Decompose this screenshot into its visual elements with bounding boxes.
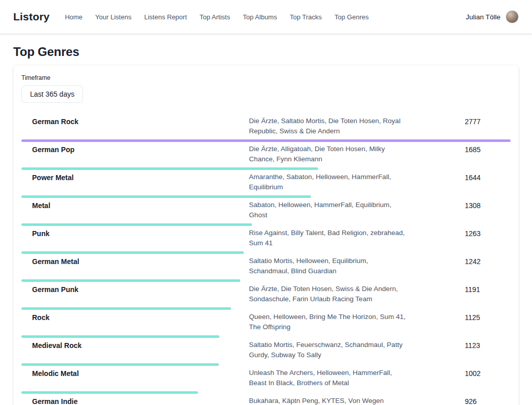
genre-name: Metal: [32, 200, 249, 220]
genre-bar: [21, 307, 511, 310]
genre-name: Medieval Rock: [32, 340, 249, 360]
genre-row: German Indie Bukahara, Käptn Peng, KYTES…: [21, 396, 511, 405]
genre-row: Melodic Metal Unleash The Archers, Hello…: [21, 368, 511, 394]
genre-row: German Punk Die Ärzte, Die Toten Hosen, …: [21, 284, 511, 310]
genre-bar-fill: [21, 363, 219, 366]
genre-count: 1191: [465, 284, 511, 304]
genre-name: German Indie: [32, 396, 249, 405]
user-menu: Julian Tölle: [466, 10, 519, 23]
genre-row: Punk Rise Against, Billy Talent, Bad Rel…: [21, 228, 511, 254]
genre-count: 1123: [465, 340, 511, 360]
genre-bar-fill: [21, 307, 231, 310]
nav-item-top-artists[interactable]: Top Artists: [200, 13, 230, 21]
genre-count: 926: [465, 396, 511, 405]
genre-count: 1644: [465, 172, 511, 192]
genre-row: German Rock Die Ärzte, Saltatio Mortis, …: [21, 116, 511, 142]
genre-count: 1002: [465, 368, 511, 388]
genre-artists: Queen, Helloween, Bring Me The Horizon, …: [249, 312, 409, 332]
genre-count: 1125: [465, 312, 511, 332]
genre-count: 1308: [465, 200, 511, 220]
genre-bar: [21, 391, 511, 394]
genre-name: German Rock: [32, 116, 249, 136]
genre-count: 1242: [465, 256, 511, 276]
genre-bar-fill: [21, 139, 511, 142]
nav-item-top-albums[interactable]: Top Albums: [243, 13, 277, 21]
genre-name: Rock: [32, 312, 249, 332]
nav-links: HomeYour ListensListens ReportTop Artist…: [65, 13, 369, 21]
genre-bar-fill: [21, 167, 318, 170]
genre-bar-fill: [21, 279, 240, 282]
nav-item-listens-report[interactable]: Listens Report: [144, 13, 187, 21]
genre-count: 1685: [465, 144, 511, 164]
top-genres-card: Timeframe Last 365 days German Rock Die …: [13, 65, 519, 405]
genre-row: German Pop Die Ärzte, Alligatoah, Die To…: [21, 144, 511, 170]
genre-artists: Die Ärzte, Alligatoah, Die Toten Hosen, …: [249, 144, 409, 164]
user-name: Julian Tölle: [466, 13, 500, 21]
nav-item-home[interactable]: Home: [65, 13, 82, 21]
timeframe-select[interactable]: Last 365 days: [21, 85, 83, 103]
genre-name: Melodic Metal: [32, 368, 249, 388]
genre-name: German Punk: [32, 284, 249, 304]
genre-bar: [21, 195, 511, 198]
genre-bar: [21, 139, 511, 142]
genre-bar-fill: [21, 391, 198, 394]
genre-artists: Die Ärzte, Saltatio Mortis, Die Toten Ho…: [249, 116, 409, 136]
genre-row: Metal Sabaton, Helloween, HammerFall, Eq…: [21, 200, 511, 226]
genre-row: Power Metal Amaranthe, Sabaton, Hellowee…: [21, 172, 511, 198]
genre-bar-fill: [21, 195, 311, 198]
genre-bar: [21, 167, 511, 170]
genre-bar-fill: [21, 223, 252, 226]
genre-name: Power Metal: [32, 172, 249, 192]
genre-artists: Sabaton, Helloween, HammerFall, Equilibr…: [249, 200, 409, 220]
nav-item-top-tracks[interactable]: Top Tracks: [290, 13, 322, 21]
nav-item-top-genres[interactable]: Top Genres: [334, 13, 369, 21]
genre-bar: [21, 251, 511, 254]
genre-count: 2777: [465, 116, 511, 136]
main-content: Top Genres Timeframe Last 365 days Germa…: [0, 45, 532, 405]
genre-count: 1263: [465, 228, 511, 248]
genre-row: German Metal Saltatio Mortis, Helloween,…: [21, 256, 511, 282]
nav-item-your-listens[interactable]: Your Listens: [95, 13, 131, 21]
genre-artists: Die Ärzte, Die Toten Hosen, Swiss & Die …: [249, 284, 409, 304]
genre-artists: Bukahara, Käptn Peng, KYTES, Von Wegen L…: [249, 396, 409, 405]
genre-artists: Rise Against, Billy Talent, Bad Religion…: [249, 228, 409, 248]
genre-bar: [21, 279, 511, 282]
genre-artists: Amaranthe, Sabaton, Helloween, HammerFal…: [249, 172, 409, 192]
timeframe-label: Timeframe: [21, 74, 511, 81]
genre-bar: [21, 363, 511, 366]
app-logo[interactable]: Listory: [13, 11, 49, 23]
genre-rows: German Rock Die Ärzte, Saltatio Mortis, …: [21, 116, 511, 405]
genre-name: Punk: [32, 228, 249, 248]
page-title: Top Genres: [13, 45, 519, 59]
genre-artists: Unleash The Archers, Helloween, HammerFa…: [249, 368, 409, 388]
avatar[interactable]: [506, 10, 519, 23]
genre-artists: Saltatio Mortis, Helloween, Equilibrium,…: [249, 256, 409, 276]
genre-row: Medieval Rock Saltatio Mortis, Feuerschw…: [21, 340, 511, 366]
genre-name: German Metal: [32, 256, 249, 276]
genre-bar: [21, 223, 511, 226]
genre-bar: [21, 335, 511, 338]
genre-row: Rock Queen, Helloween, Bring Me The Hori…: [21, 312, 511, 338]
top-navigation: Listory HomeYour ListensListens ReportTo…: [0, 0, 532, 34]
genre-bar-fill: [21, 335, 219, 338]
genre-name: German Pop: [32, 144, 249, 164]
genre-bar-fill: [21, 251, 244, 254]
genre-artists: Saltatio Mortis, Feuerschwanz, Schandmau…: [249, 340, 409, 360]
